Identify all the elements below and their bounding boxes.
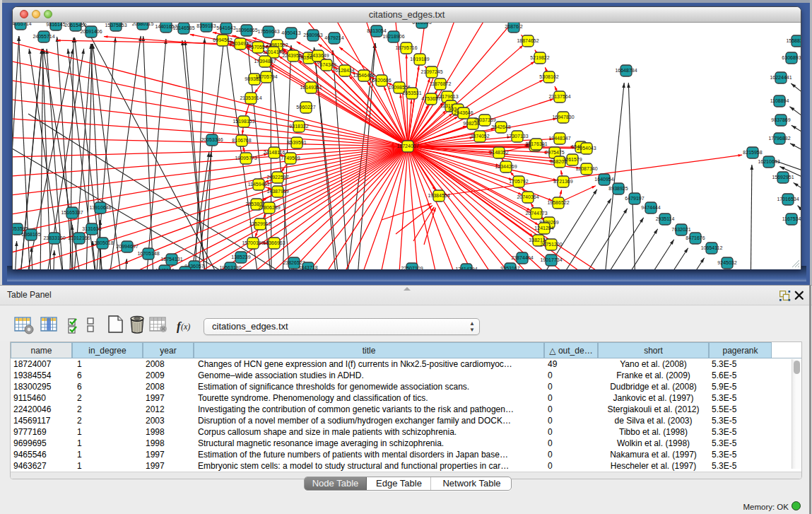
svg-text:2054043: 2054043 <box>577 146 596 151</box>
svg-text:1241284: 1241284 <box>534 226 553 230</box>
svg-text:15588301: 15588301 <box>786 38 801 43</box>
svg-text:3131636: 3131636 <box>82 226 101 231</box>
svg-text:16648784: 16648784 <box>615 68 637 73</box>
svg-text:3148352: 3148352 <box>489 150 508 155</box>
svg-text:20691406: 20691406 <box>80 29 102 34</box>
svg-text:4843718: 4843718 <box>298 265 317 269</box>
svg-text:16947830: 16947830 <box>552 115 574 119</box>
svg-text:21353914: 21353914 <box>240 95 261 100</box>
svg-text:23137564: 23137564 <box>548 94 570 99</box>
svg-text:24055714: 24055714 <box>13 23 32 26</box>
svg-text:7632021: 7632021 <box>671 227 690 232</box>
svg-text:22176301: 22176301 <box>525 141 547 146</box>
svg-text:15198153: 15198153 <box>233 119 254 124</box>
svg-text:15165337: 15165337 <box>61 210 83 215</box>
svg-text:14387959: 14387959 <box>266 189 288 194</box>
svg-text:1653531: 1653531 <box>402 90 421 95</box>
svg-text:6420686: 6420686 <box>372 78 391 83</box>
svg-text:1385239: 1385239 <box>231 255 250 259</box>
svg-text:8813054: 8813054 <box>367 28 386 33</box>
svg-text:19384554: 19384554 <box>428 193 449 198</box>
svg-text:24922597: 24922597 <box>266 175 288 180</box>
svg-text:23874404: 23874404 <box>511 255 533 260</box>
svg-text:8106768: 8106768 <box>232 138 251 143</box>
svg-text:17394887: 17394887 <box>254 59 276 64</box>
svg-text:26876 2: 26876 2 <box>505 24 522 29</box>
svg-text:4570554: 4570554 <box>248 45 267 49</box>
svg-text:20744773: 20744773 <box>525 211 547 216</box>
svg-text:21433649: 21433649 <box>307 53 329 58</box>
svg-text:16210643: 16210643 <box>758 159 779 164</box>
svg-text:18795716: 18795716 <box>395 45 417 50</box>
svg-text:15375853: 15375853 <box>105 23 126 28</box>
svg-text:8539591: 8539591 <box>287 140 306 145</box>
svg-text:11014145: 11014145 <box>263 49 285 54</box>
svg-text:22507109: 22507109 <box>401 266 423 269</box>
svg-text:9318332: 9318332 <box>289 124 308 129</box>
svg-text:18366963: 18366963 <box>263 240 285 245</box>
svg-text:9816145: 9816145 <box>46 23 65 27</box>
svg-text:24148116: 24148116 <box>264 150 286 155</box>
svg-text:23833160: 23833160 <box>43 235 65 240</box>
svg-text:13546466: 13546466 <box>353 73 375 78</box>
svg-text:20037339: 20037339 <box>473 117 495 122</box>
svg-text:17796882: 17796882 <box>768 136 790 141</box>
svg-text:19448347: 19448347 <box>548 136 570 141</box>
svg-text:13910648: 13910648 <box>89 205 111 210</box>
svg-text:10654112: 10654112 <box>701 245 723 250</box>
svg-text:19017734: 19017734 <box>540 257 562 262</box>
svg-text:18874652: 18874652 <box>517 38 539 43</box>
svg-text:17016534: 17016534 <box>777 197 799 201</box>
svg-text:6368105: 6368105 <box>21 232 40 237</box>
svg-text:13179613: 13179613 <box>436 94 458 99</box>
svg-text:21097245: 21097245 <box>420 69 442 74</box>
svg-text:22806289: 22806289 <box>258 205 280 210</box>
svg-text:19218906: 19218906 <box>382 34 404 39</box>
svg-text:3874052: 3874052 <box>470 134 489 139</box>
svg-text:12087340: 12087340 <box>575 166 597 171</box>
svg-text:24055714: 24055714 <box>33 34 54 39</box>
svg-text:5060227: 5060227 <box>296 105 315 110</box>
svg-text:17307133: 17307133 <box>506 134 528 139</box>
svg-text:5219822: 5219822 <box>530 55 549 60</box>
svg-text:19563180: 19563180 <box>219 265 241 269</box>
svg-text:6306893: 6306893 <box>782 55 801 60</box>
svg-text:13146585: 13146585 <box>172 25 194 30</box>
svg-text:19586522: 19586522 <box>547 200 569 205</box>
svg-text:4743069: 4743069 <box>155 268 174 269</box>
svg-text:2935114: 2935114 <box>656 216 675 221</box>
svg-text:20615450: 20615450 <box>64 23 86 28</box>
svg-text:8359183: 8359183 <box>196 23 216 28</box>
svg-text:3642648: 3642648 <box>491 124 510 129</box>
svg-text:11876872: 11876872 <box>430 81 452 86</box>
svg-text:7749509: 7749509 <box>281 156 300 160</box>
svg-text:1108894: 1108894 <box>770 98 789 103</box>
svg-text:19095773: 19095773 <box>235 156 257 160</box>
svg-text:9245032: 9245032 <box>717 260 736 265</box>
svg-text:9474444: 9474444 <box>641 205 660 210</box>
svg-text:1640954: 1640954 <box>594 177 613 182</box>
svg-text:13529912: 13529912 <box>249 221 271 226</box>
svg-text:4050413: 4050413 <box>281 30 300 35</box>
svg-text:9837869: 9837869 <box>771 117 790 122</box>
svg-text:15692951: 15692951 <box>772 175 794 180</box>
svg-text:20994697: 20994697 <box>116 244 138 249</box>
svg-text:18754131: 18754131 <box>160 257 182 262</box>
svg-text:2975475: 2975475 <box>545 150 564 155</box>
svg-text:24751200: 24751200 <box>540 242 562 247</box>
svg-text:8471676: 8471676 <box>686 235 705 240</box>
svg-text:8938925: 8938925 <box>608 186 628 191</box>
svg-text:12414394: 12414394 <box>455 267 477 269</box>
svg-text:8215958: 8215958 <box>743 150 762 155</box>
svg-text:15700199: 15700199 <box>242 240 264 245</box>
svg-text:8721369: 8721369 <box>553 179 572 184</box>
svg-text:6128434: 6128434 <box>335 68 354 73</box>
svg-text:23826523: 23826523 <box>283 260 305 265</box>
svg-text:2580963: 2580963 <box>303 33 322 37</box>
svg-text:6128503: 6128503 <box>412 23 431 25</box>
svg-text:12344269: 12344269 <box>495 164 517 169</box>
svg-text:13805018: 13805018 <box>91 240 113 245</box>
svg-text:20053346: 20053346 <box>201 137 223 142</box>
svg-text:6479197: 6479197 <box>625 196 644 201</box>
svg-text:20740364: 20740364 <box>517 194 539 199</box>
